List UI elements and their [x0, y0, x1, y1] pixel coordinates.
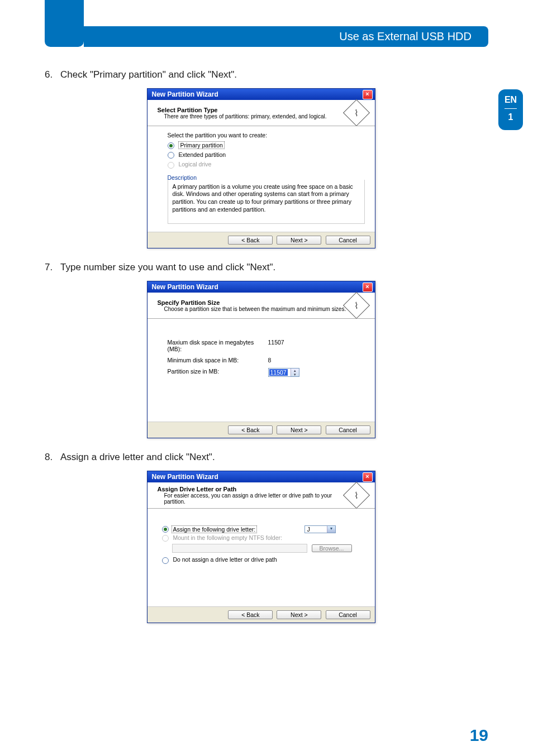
cancel-button[interactable]: Cancel: [326, 610, 370, 619]
dialog-partition-size: New Partition Wizard × Specify Partition…: [147, 281, 375, 438]
cancel-button[interactable]: Cancel: [326, 236, 370, 245]
dialog-title-text: New Partition Wizard: [152, 283, 218, 291]
max-size-label: Maxium disk space in megabytes (MB):: [168, 339, 268, 352]
dlg3-subheading: For easier access, you can assign a driv…: [164, 492, 347, 505]
side-language-tab: EN 1: [498, 89, 523, 130]
step-6: 6.Check "Primary partition" and click "N…: [45, 69, 477, 80]
dialog-titlebar[interactable]: New Partition Wizard ×: [147, 89, 375, 100]
dialog-header: Select Partition Type There are three ty…: [147, 100, 375, 126]
dialog-drive-letter: New Partition Wizard × Assign Drive Lett…: [147, 471, 375, 623]
step-7-text: Type number size you want to use and cli…: [60, 262, 275, 272]
dlg1-subheading: There are three types of partitions: pri…: [164, 113, 327, 119]
dlg2-heading: Specify Partition Size: [158, 299, 220, 306]
page-number: 19: [470, 726, 488, 745]
ntfs-path-input: [172, 544, 307, 553]
drive-letter-value: J: [307, 526, 310, 533]
min-size-value: 8: [268, 357, 272, 363]
radio-extended-label: Extended partition: [178, 151, 226, 158]
side-tab-lang: EN: [498, 95, 523, 105]
dialog-title-text: New Partition Wizard: [152, 90, 218, 98]
max-size-value: 11507: [268, 339, 284, 352]
disk-icon: ⌇: [342, 99, 369, 126]
close-icon[interactable]: ×: [363, 90, 373, 99]
dialog-partition-type: New Partition Wizard × Select Partition …: [147, 88, 375, 248]
dlg2-subheading: Choose a partition size that is between …: [164, 306, 346, 312]
radio-mount-ntfs: [162, 535, 169, 542]
close-icon[interactable]: ×: [363, 283, 373, 292]
cancel-button[interactable]: Cancel: [326, 425, 370, 434]
next-button[interactable]: Next >: [277, 610, 321, 619]
description-text: A primary partition is a volume you crea…: [168, 180, 365, 224]
back-button[interactable]: < Back: [228, 236, 273, 245]
dlg1-heading: Select Partition Type: [158, 107, 218, 113]
dialog-header: Assign Drive Letter or Path For easier a…: [147, 482, 375, 509]
partition-size-value: 11507: [269, 369, 288, 376]
step-7-num: 7.: [45, 262, 60, 273]
step-6-text: Check "Primary partition" and click "Nex…: [60, 69, 237, 80]
radio-assign-letter[interactable]: [162, 526, 169, 533]
radio-no-assign[interactable]: [162, 557, 169, 564]
dlg1-prompt: Select the partition you want to create:: [168, 132, 365, 138]
dialog-titlebar[interactable]: New Partition Wizard ×: [147, 281, 375, 293]
next-button[interactable]: Next >: [277, 236, 321, 245]
header-accent-block: [45, 0, 84, 47]
partition-size-label: Partition size in MB:: [168, 368, 268, 377]
radio-primary[interactable]: [168, 142, 174, 149]
side-tab-section: 1: [498, 112, 523, 122]
close-icon[interactable]: ×: [363, 472, 373, 482]
step-8-num: 8.: [45, 452, 60, 463]
min-size-label: Minimum disk space in MB:: [168, 357, 268, 363]
radio-primary-label: Primary partition: [178, 141, 224, 149]
dialog-titlebar[interactable]: New Partition Wizard ×: [147, 471, 375, 482]
step-8: 8.Assign a drive letter and click "Next"…: [45, 452, 477, 463]
drive-letter-select[interactable]: J ▾: [304, 525, 336, 533]
radio-assign-letter-label: Assign the following drive letter:: [172, 525, 258, 533]
step-8-text: Assign a drive letter and click "Next".: [60, 452, 215, 462]
page-header-bar: Use as External USB HDD: [0, 0, 533, 47]
spinner-arrows-icon[interactable]: ▴▾: [291, 369, 299, 376]
radio-logical: [168, 162, 174, 169]
radio-no-assign-label: Do not assign a drive letter or drive pa…: [173, 556, 277, 563]
radio-mount-ntfs-label: Mount in the following empty NTFS folder…: [173, 534, 282, 541]
step-7: 7.Type number size you want to use and c…: [45, 262, 477, 273]
step-6-num: 6.: [45, 69, 60, 80]
disk-icon: ⌇: [342, 482, 369, 509]
dialog-header: Specify Partition Size Choose a partitio…: [147, 293, 375, 319]
next-button[interactable]: Next >: [277, 425, 321, 434]
page-section-title: Use as External USB HDD: [84, 26, 488, 47]
disk-icon: ⌇: [342, 292, 369, 319]
dlg3-heading: Assign Drive Letter or Path: [158, 486, 237, 492]
radio-logical-label: Logical drive: [178, 161, 211, 168]
back-button[interactable]: < Back: [228, 610, 273, 619]
back-button[interactable]: < Back: [228, 425, 273, 434]
partition-size-input[interactable]: 11507 ▴▾: [268, 368, 299, 377]
radio-extended[interactable]: [168, 152, 174, 159]
browse-button: Browse...: [312, 544, 352, 552]
chevron-down-icon[interactable]: ▾: [327, 526, 335, 533]
dialog-title-text: New Partition Wizard: [152, 473, 218, 481]
